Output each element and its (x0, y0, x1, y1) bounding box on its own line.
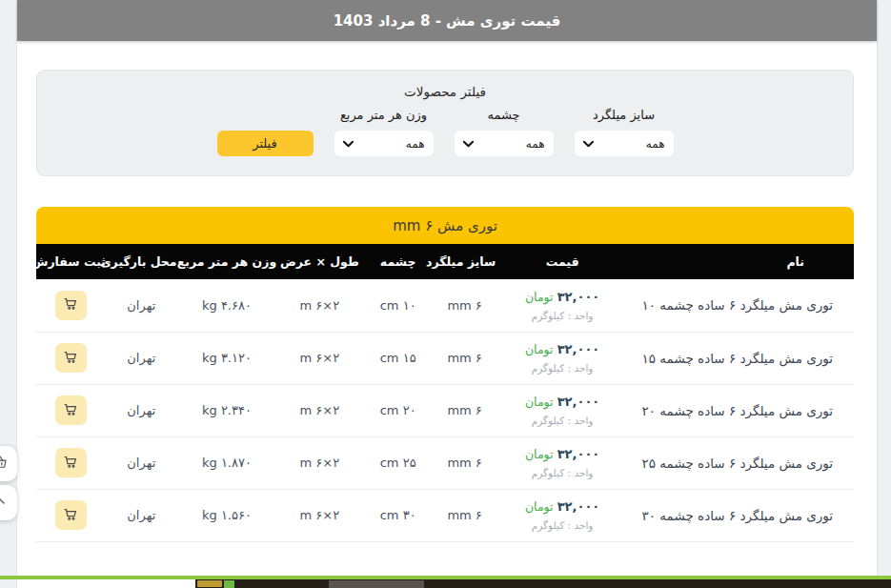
price-currency: تومان (525, 290, 554, 304)
price-value: ۳۲,۰۰۰ (557, 342, 600, 356)
column-header-dimensions: طول × عرض (276, 244, 362, 279)
dimensions-cell: ۲×۶ m (276, 332, 362, 384)
product-name: توری مش میلگرد ۶ ساده چشمه ۱۵ (629, 332, 854, 384)
chevron-down-icon (343, 140, 354, 148)
price-currency: تومان (525, 447, 554, 461)
rebar-size-select-value: همه (646, 137, 665, 151)
location-cell: تهران (106, 332, 177, 384)
page-margin-right (877, 0, 891, 588)
cart-icon (63, 506, 79, 525)
add-to-cart-button[interactable] (55, 343, 87, 373)
rebar-size-select[interactable]: همه (575, 131, 674, 156)
chevron-down-icon (583, 140, 594, 148)
order-cell (36, 489, 106, 541)
filter-field-rebar-size: سایز میلگرد همه (575, 108, 674, 156)
weight-cell: ۴.۶۸۰ kg (177, 279, 277, 332)
price-currency: تومان (525, 342, 554, 356)
price-cell: ۳۲,۰۰۰ تومان واحد : کیلوگرم (496, 332, 629, 384)
page-title: قیمت توری مش - 8 مرداد 1403 (334, 12, 561, 30)
footer-accent-gray (329, 580, 424, 588)
mesh-cell: ۲۰ cm (362, 384, 434, 436)
price-unit-note: واحد : کیلوگرم (496, 310, 629, 321)
price-line: ۳۲,۰۰۰ تومان (496, 395, 629, 410)
location-cell: تهران (106, 384, 177, 436)
weight-cell: ۱.۸۷۰ kg (177, 436, 277, 489)
product-name: توری مش میلگرد ۶ ساده چشمه ۲۵ (629, 436, 854, 489)
filter-button[interactable]: فیلتر (217, 131, 314, 156)
footer-accent-yellow (197, 580, 222, 587)
column-header-price: قیمت (496, 244, 629, 279)
weight-select[interactable]: همه (334, 131, 434, 156)
cart-icon (63, 401, 79, 420)
weight-select-value: همه (406, 137, 425, 151)
weight-label: وزن هر متر مربع (340, 108, 427, 122)
add-to-cart-button[interactable] (55, 395, 87, 425)
mesh-cell: ۱۵ cm (362, 332, 434, 384)
table-row: توری مش میلگرد ۶ ساده چشمه ۲۵ ۳۲,۰۰۰ توم… (36, 436, 854, 489)
price-value: ۳۲,۰۰۰ (557, 290, 600, 304)
mesh-select[interactable]: همه (455, 131, 554, 156)
cart-icon (63, 454, 79, 473)
filter-field-weight: وزن هر متر مربع همه (334, 108, 434, 156)
weight-cell: ۲.۳۴۰ kg (177, 384, 277, 436)
chevron-down-icon (463, 140, 474, 148)
price-value: ۳۲,۰۰۰ (557, 395, 600, 409)
price-unit-note: واحد : کیلوگرم (496, 362, 629, 374)
price-currency: تومان (525, 499, 554, 514)
filter-panel: فیلتر محصولات سایز میلگرد همه چشمه همه (36, 70, 854, 176)
price-cell: ۳۲,۰۰۰ تومان واحد : کیلوگرم (496, 489, 629, 541)
price-line: ۳۲,۰۰۰ تومان (496, 447, 629, 462)
column-header-weight: وزن هر متر مربع (177, 244, 277, 279)
mesh-label: چشمه (487, 108, 519, 122)
product-name: توری مش میلگرد ۶ ساده چشمه ۳۰ (629, 489, 854, 541)
table-banner: توری مش ۶ mm (36, 207, 854, 244)
add-to-cart-button[interactable] (55, 291, 87, 320)
column-header-location: محل بارگیری (106, 244, 177, 279)
cart-icon (63, 349, 79, 368)
dimensions-cell: ۲×۶ m (276, 489, 362, 541)
dimensions-cell: ۲×۶ m (276, 279, 362, 332)
weight-cell: ۳.۱۲۰ kg (177, 332, 277, 384)
rebar-size-label: سایز میلگرد (593, 108, 655, 122)
mesh-cell: ۲۵ cm (362, 436, 434, 489)
footer-strip (195, 579, 891, 588)
rebar-size-cell: ۶ mm (434, 384, 496, 436)
price-table-section: توری مش ۶ mm نام قیمت سایز میلگرد چشمه ط… (36, 207, 854, 542)
price-line: ۳۲,۰۰۰ تومان (496, 499, 629, 515)
column-header-name: نام (629, 244, 854, 279)
dimensions-cell: ۲×۶ m (276, 384, 362, 436)
product-name: توری مش میلگرد ۶ ساده چشمه ۲۰ (629, 384, 854, 436)
location-cell: تهران (106, 436, 177, 489)
chevron-up-icon (0, 494, 8, 512)
dimensions-cell: ۲×۶ m (276, 436, 362, 489)
price-line: ۳۲,۰۰۰ تومان (496, 342, 629, 357)
floating-scroll-top-button[interactable] (0, 485, 17, 520)
rebar-size-cell: ۶ mm (434, 436, 496, 489)
price-unit-note: واحد : کیلوگرم (496, 519, 629, 531)
location-cell: تهران (106, 489, 177, 541)
column-header-order: ثبت سفارش (36, 244, 106, 279)
price-unit-note: واحد : کیلوگرم (496, 415, 629, 426)
filter-row: سایز میلگرد همه چشمه همه وزن ه (37, 108, 853, 156)
add-to-cart-button[interactable] (55, 500, 87, 530)
price-unit-note: واحد : کیلوگرم (496, 467, 629, 478)
table-row: توری مش میلگرد ۶ ساده چشمه ۳۰ ۳۲,۰۰۰ توم… (36, 489, 854, 541)
price-line: ۳۲,۰۰۰ تومان (496, 290, 629, 305)
table-row: توری مش میلگرد ۶ ساده چشمه ۱۵ ۳۲,۰۰۰ توم… (36, 332, 854, 384)
location-cell: تهران (106, 279, 177, 332)
product-name: توری مش میلگرد ۶ ساده چشمه ۱۰ (629, 279, 854, 332)
add-to-cart-button[interactable] (55, 448, 87, 477)
floating-basket-button[interactable] (0, 446, 17, 481)
table-row: توری مش میلگرد ۶ ساده چشمه ۲۰ ۳۲,۰۰۰ توم… (36, 384, 854, 436)
price-currency: تومان (525, 395, 554, 409)
price-cell: ۳۲,۰۰۰ تومان واحد : کیلوگرم (496, 384, 629, 436)
price-table: نام قیمت سایز میلگرد چشمه طول × عرض وزن … (36, 244, 854, 542)
basket-icon (0, 454, 9, 474)
price-value: ۳۲,۰۰۰ (557, 499, 600, 514)
mesh-select-value: همه (526, 137, 545, 151)
order-cell (36, 384, 106, 436)
table-header-row: نام قیمت سایز میلگرد چشمه طول × عرض وزن … (36, 244, 854, 279)
mesh-cell: ۱۰ cm (362, 279, 434, 332)
price-cell: ۳۲,۰۰۰ تومان واحد : کیلوگرم (496, 279, 629, 332)
price-value: ۳۲,۰۰۰ (557, 447, 600, 461)
